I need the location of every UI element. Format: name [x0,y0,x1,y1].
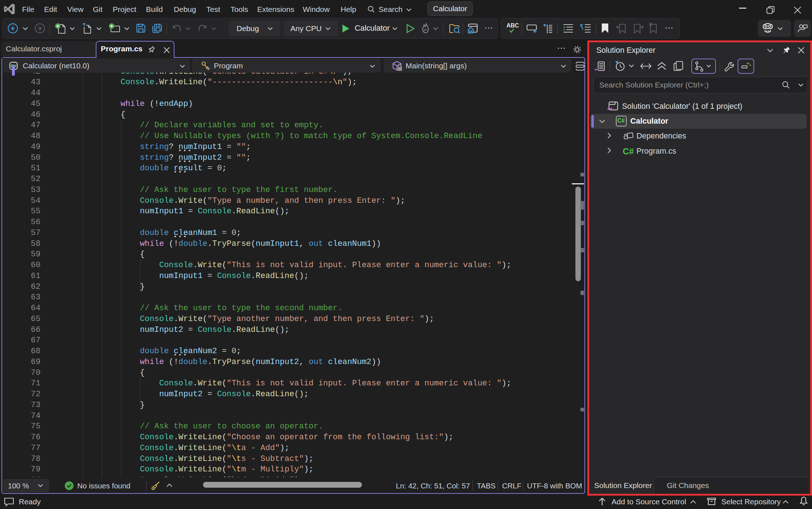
svg-text:ABC: ABC [506,22,519,29]
